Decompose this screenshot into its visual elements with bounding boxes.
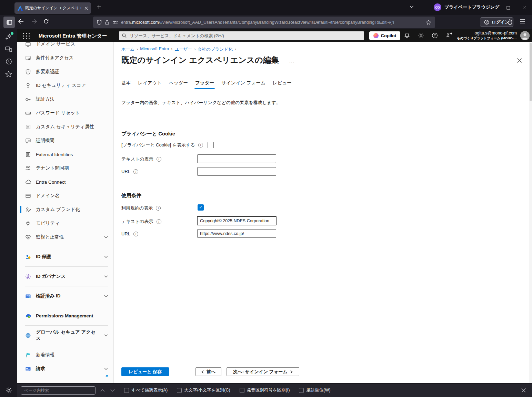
find-next-icon[interactable] — [110, 389, 115, 392]
find-option-whole-words[interactable]: 単語単位(W) — [299, 387, 330, 393]
review-save-button[interactable]: レビューと 保存 — [121, 367, 169, 376]
breadcrumb-users[interactable]: ユーザー — [175, 47, 196, 52]
info-icon[interactable] — [157, 157, 161, 162]
info-icon[interactable] — [133, 169, 138, 174]
sidebar-item-id-secure-score[interactable]: ID セキュリティ スコア — [17, 79, 113, 92]
sidebar-item-custom-security-attributes[interactable]: カスタム セキュリティ属性 — [17, 120, 113, 134]
sidebar-divider — [25, 325, 108, 326]
extension-icon[interactable] — [508, 19, 513, 25]
find-option-match-case[interactable]: 大文字/小文字を区別(C) — [177, 387, 230, 393]
url-bar[interactable]: entra.microsoft.com/#view/Microsoft_AAD_… — [93, 17, 435, 28]
sidebar-item-custom-branding[interactable]: カスタム ブランド化 — [17, 203, 113, 216]
bookmark-star-icon[interactable] — [426, 20, 431, 25]
info-icon[interactable] — [133, 232, 138, 236]
sidebar-item-global-secure-access[interactable]: グローバル セキュア アクセス — [17, 328, 113, 342]
checkbox-icon[interactable] — [124, 388, 129, 393]
menu-hamburger-icon[interactable] — [520, 19, 525, 24]
sidebar-item-entra-connect[interactable]: Entra Connect — [17, 175, 113, 189]
window-maximize-button[interactable] — [500, 0, 516, 15]
content-scrollbar[interactable] — [529, 42, 532, 383]
sidebar-item-monitoring-health[interactable]: 監視と正常性 — [17, 230, 113, 244]
search-input[interactable] — [129, 33, 361, 39]
reload-button[interactable] — [43, 19, 49, 24]
breadcrumb-home[interactable]: ホーム — [121, 47, 138, 52]
sidebar-item-external-identities[interactable]: External Identities — [17, 147, 113, 161]
panel-close-icon[interactable] — [517, 58, 522, 63]
sidebar-item-auth-methods[interactable]: 認証方法 — [17, 92, 113, 106]
breadcrumb-company-branding[interactable]: 会社のブランド化 — [198, 47, 236, 52]
sidebar-item-password-reset[interactable]: パスワード リセット — [17, 106, 113, 120]
copilot-button[interactable]: Copilot — [369, 31, 400, 40]
list-all-tabs-icon[interactable] — [410, 6, 414, 8]
more-options-icon[interactable] — [289, 59, 295, 64]
info-icon[interactable] — [157, 219, 161, 224]
lock-icon[interactable] — [105, 20, 109, 25]
sidebar-item-verified-id[interactable]: 検証済み ID — [17, 289, 113, 303]
avatar[interactable] — [520, 31, 530, 40]
info-icon[interactable] — [156, 206, 161, 211]
notifications-bell-icon[interactable] — [404, 32, 410, 39]
waffle-menu-icon[interactable] — [23, 32, 30, 39]
sidebar-item-mfa[interactable]: 多要素認証 — [17, 65, 113, 79]
synced-tabs-icon[interactable] — [5, 46, 12, 52]
forward-button[interactable] — [31, 19, 37, 24]
tab-review[interactable]: レビュー — [273, 80, 292, 89]
terms-url-input[interactable] — [197, 229, 276, 238]
tab-close-icon[interactable] — [84, 7, 88, 10]
tab-basics[interactable]: 基本 — [121, 80, 131, 89]
settings-gear-icon[interactable] — [418, 32, 424, 39]
sidebar-collapse-button[interactable] — [106, 373, 108, 378]
sidebar-item-domain-names[interactable]: ドメイン名 — [17, 189, 113, 203]
tab-layout[interactable]: レイアウト — [138, 80, 162, 89]
feedback-icon[interactable] — [445, 32, 452, 38]
app-title[interactable]: Microsoft Entra 管理センター — [39, 33, 107, 39]
tracking-shield-icon[interactable] — [97, 20, 102, 25]
sidebar-toggle-button[interactable] — [3, 17, 15, 28]
sidebar-item-domain-services[interactable]: ドメイン サービス — [17, 42, 113, 51]
next-button[interactable]: 次へ: サインイン フォーム — [227, 367, 299, 376]
sidebar-item-mobility[interactable]: モビリティ — [17, 216, 113, 230]
new-tab-button[interactable] — [97, 4, 101, 9]
help-icon[interactable] — [432, 32, 438, 39]
sidebar-item-certificate-authorities[interactable]: 証明機関 — [17, 134, 113, 147]
browser-tab-active[interactable]: 既定のサインイン エクスペリエンスの — [14, 2, 91, 14]
privacy-url-input[interactable] — [197, 167, 276, 176]
url-text[interactable]: entra.microsoft.com/#view/Microsoft_AAD_… — [121, 20, 423, 25]
window-close-button[interactable] — [516, 0, 532, 15]
tab-header[interactable]: ヘッダー — [169, 80, 188, 89]
find-option-highlight-all[interactable]: すべて強調表示(A) — [124, 387, 168, 393]
sidebar-item-id-protection[interactable]: ID 保護 — [17, 250, 113, 264]
back-button[interactable] — [18, 19, 24, 24]
tab-footer[interactable]: フッター — [195, 80, 214, 89]
history-clock-icon[interactable] — [6, 58, 12, 65]
permissions-icon[interactable] — [112, 20, 118, 24]
checkbox-icon[interactable] — [299, 388, 304, 393]
sidebar-item-conditional-access[interactable]: 条件付きアクセス — [17, 51, 113, 65]
bookmarks-star-icon[interactable] — [5, 71, 12, 77]
find-input[interactable] — [21, 386, 96, 395]
privacy-show-checkbox[interactable] — [208, 142, 214, 148]
sidebar-item-billing[interactable]: 請求 — [17, 362, 113, 376]
find-option-diacritics[interactable]: 発音区別符号を区別(I) — [240, 387, 290, 393]
checkbox-icon[interactable] — [240, 388, 244, 393]
tab-signin-form[interactable]: サインイン フォーム — [221, 80, 265, 89]
find-previous-icon[interactable] — [100, 389, 105, 392]
info-icon[interactable] — [198, 143, 203, 147]
terms-text-input[interactable] — [197, 216, 277, 225]
account-info[interactable]: ogita.s@mono-pf.com ものづくりプラットフォーム (MONO-… — [457, 31, 517, 40]
global-search-box[interactable] — [119, 31, 364, 40]
checkbox-icon[interactable] — [177, 388, 182, 393]
sidebar-item-permissions-management[interactable]: Permissions Management — [17, 309, 113, 323]
terms-show-checkbox[interactable] — [198, 204, 204, 211]
privacy-text-input[interactable] — [197, 154, 276, 163]
sidebar-item-id-governance[interactable]: ID ガバナンス — [17, 269, 113, 283]
ai-chatbot-icon[interactable] — [5, 33, 12, 40]
sidebar-item-whats-new[interactable]: 新着情報 — [17, 348, 113, 362]
sidebar-item-cross-tenant-sync[interactable]: テナント間同期 — [17, 161, 113, 175]
find-close-icon[interactable] — [521, 388, 526, 393]
previous-button[interactable]: 前へ — [195, 367, 221, 376]
window-minimize-button[interactable] — [484, 0, 500, 15]
scrollbar-thumb[interactable] — [530, 43, 532, 101]
sidebar-settings-gear-icon[interactable] — [6, 387, 12, 394]
breadcrumb-entra[interactable]: Microsoft Entra — [140, 47, 172, 52]
